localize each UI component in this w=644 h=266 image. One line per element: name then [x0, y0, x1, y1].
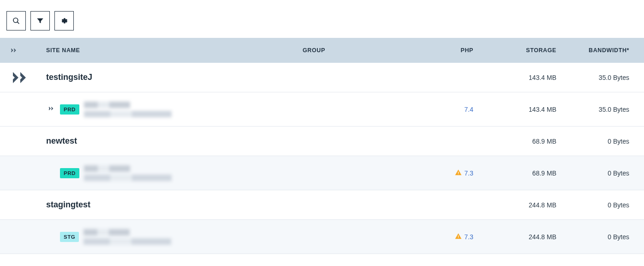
search-button[interactable] — [6, 11, 26, 30]
filter-icon — [36, 17, 44, 25]
environment-badge: PRD — [60, 168, 79, 178]
php-version-link[interactable]: 7.4 — [465, 106, 473, 113]
warning-icon — [455, 169, 462, 177]
expand-all-icon — [10, 46, 18, 54]
header-expand-all[interactable] — [0, 46, 32, 54]
gear-icon — [60, 17, 68, 25]
environment-row[interactable]: PRD 7.3 68.9 MB 0 Bytes — [0, 156, 644, 190]
warning-icon — [455, 233, 462, 241]
site-name: stagingtest — [32, 200, 90, 210]
env-bandwidth: 35.0 Bytes — [556, 106, 644, 113]
expand-icon[interactable] — [0, 66, 32, 89]
header-bandwidth[interactable]: BANDWIDTH* — [556, 47, 644, 54]
site-row[interactable]: stagingtest 244.8 MB 0 Bytes — [0, 190, 644, 220]
environment-badge: PRD — [60, 104, 79, 115]
settings-button[interactable] — [54, 11, 74, 30]
environment-row[interactable]: STG 7.3 244.8 MB 0 Bytes — [0, 220, 644, 254]
site-storage: 68.9 MB — [473, 138, 556, 145]
site-bandwidth: 0 Bytes — [556, 201, 644, 209]
site-storage: 244.8 MB — [473, 201, 556, 209]
svg-line-1 — [17, 22, 19, 24]
filter-button[interactable] — [30, 11, 50, 30]
environment-row[interactable]: PRD 7.4 143.4 MB 35.0 Bytes — [0, 92, 644, 127]
site-name: testingsiteJ — [32, 73, 92, 82]
site-storage: 143.4 MB — [473, 74, 556, 81]
sites-table: SITE NAME GROUP PHP STORAGE BANDWIDTH* t… — [0, 38, 644, 254]
header-php[interactable]: PHP — [423, 47, 473, 54]
site-row[interactable]: testingsiteJ 143.4 MB 35.0 Bytes — [0, 63, 644, 92]
table-header: SITE NAME GROUP PHP STORAGE BANDWIDTH* — [0, 38, 644, 63]
env-bandwidth: 0 Bytes — [556, 169, 644, 177]
redacted-environment-details — [83, 229, 171, 245]
toolbar — [0, 0, 644, 38]
env-storage: 244.8 MB — [473, 233, 556, 241]
php-version-link[interactable]: 7.3 — [465, 233, 473, 241]
header-site-name[interactable]: SITE NAME — [32, 47, 303, 54]
env-storage: 143.4 MB — [473, 106, 556, 113]
redacted-environment-details — [84, 165, 172, 181]
site-bandwidth: 35.0 Bytes — [556, 74, 644, 81]
env-bandwidth: 0 Bytes — [556, 233, 644, 241]
site-bandwidth: 0 Bytes — [556, 138, 644, 145]
redacted-environment-details — [84, 102, 172, 117]
environment-badge: STG — [60, 232, 79, 242]
env-storage: 68.9 MB — [473, 169, 556, 177]
site-row[interactable]: newtest 68.9 MB 0 Bytes — [0, 127, 644, 156]
site-name: newtest — [32, 136, 77, 146]
env-expand-icon[interactable] — [48, 105, 55, 114]
php-version-link[interactable]: 7.3 — [465, 169, 473, 177]
header-storage[interactable]: STORAGE — [473, 47, 556, 54]
header-group[interactable]: GROUP — [303, 47, 423, 54]
search-icon — [12, 17, 20, 25]
